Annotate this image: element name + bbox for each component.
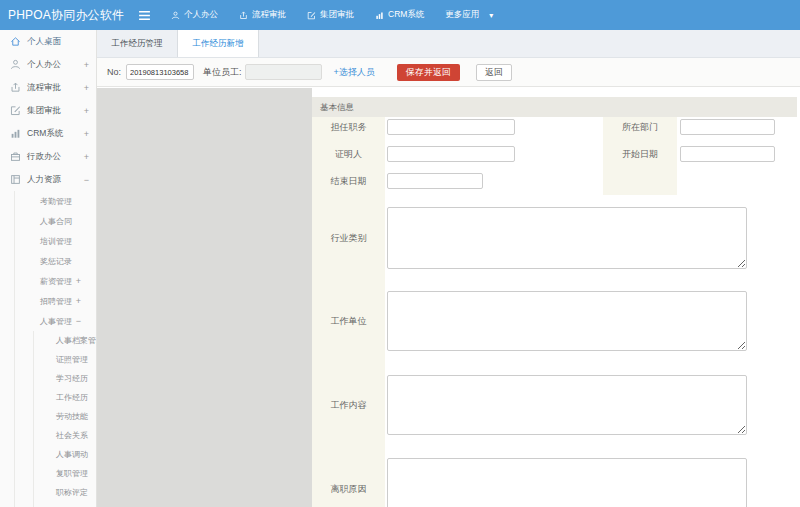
department-input[interactable] [680,119,775,135]
industry-category-textarea[interactable] [387,207,747,269]
sidebar-subitem-label: 职称评定 [56,487,88,498]
sidebar-item-label: 流程审批 [27,82,61,94]
app-brand: PHPOA协同办公软件 [0,7,130,24]
sidebar-subitem-training[interactable]: 培训管理 [15,231,96,251]
sidebar-item-personal-office[interactable]: 个人办公 + [0,53,96,76]
tab-bar: 工作经历管理 工作经历新增 [97,30,800,58]
tab-work-history-management[interactable]: 工作经历管理 [97,30,178,57]
end-date-input[interactable] [387,173,483,189]
topbar-nav-crm-system[interactable]: CRM系统 [375,9,424,21]
toolbar: No: 单位员工: +选择人员 保存并返回 返回 [97,58,800,87]
topbar-nav-label: CRM系统 [388,9,424,21]
sidebar-subitem-label: 薪资管理 [40,276,72,287]
sidebar-item-label: 个人桌面 [27,36,61,48]
sidebar-subitem-labor-skills[interactable]: 劳动技能 [34,407,96,426]
expand-toggle[interactable]: + [84,129,89,139]
topbar-nav-label: 流程审批 [252,9,286,21]
sidebar-personnel-submenu: 人事档案管理 证照管理 学习经历 工作经历 劳动技能 社会关系 人事调动 复职管… [33,331,96,507]
no-label: No: [107,67,121,77]
field-label-work-unit: 工作单位 [312,291,385,351]
sidebar-subitem-label: 考勤管理 [40,196,72,207]
sidebar-subitem-education-history[interactable]: 学习经历 [34,369,96,388]
sidebar-item-personal-desktop[interactable]: 个人桌面 [0,30,96,53]
topbar-nav-workflow-approval[interactable]: 流程审批 [239,9,286,21]
expand-toggle[interactable]: + [84,83,89,93]
expand-toggle[interactable]: + [84,60,89,70]
sidebar-subitem-hr-contract[interactable]: 人事合同 [15,211,96,231]
user-icon [10,59,21,70]
flow-icon [10,82,21,93]
sidebar-subitem-salary[interactable]: 薪资管理+ [15,271,96,291]
collapse-toggle[interactable]: − [76,316,81,326]
sidebar-subitem-personnel-archives[interactable]: 人事档案管理 [34,331,96,350]
sidebar-item-admin-office[interactable]: 行政办公 + [0,145,96,168]
expand-toggle[interactable]: + [76,296,81,306]
sidebar: 个人桌面 个人办公 + 流程审批 + 集团审批 + CRM系统 + 行政办公 +… [0,30,97,507]
back-button[interactable]: 返回 [476,64,512,81]
position-input[interactable] [387,119,515,135]
sidebar-subitem-label: 人事合同 [40,216,72,227]
topbar-nav-label: 更多应用 [445,9,479,21]
start-date-input[interactable] [680,146,775,162]
sidebar-subitem-certificates[interactable]: 证照管理 [34,350,96,369]
tab-work-history-new[interactable]: 工作经历新增 [178,30,259,57]
sidebar-subitem-personnel-transfer[interactable]: 人事调动 [34,445,96,464]
caret-down-icon: ▾ [489,11,493,20]
expand-toggle[interactable]: + [84,106,89,116]
sidebar-item-label: 集团审批 [27,105,61,117]
edit-icon [307,11,316,20]
topbar-nav-label: 集团审批 [320,9,354,21]
sidebar-subitem-recruitment[interactable]: 招聘管理+ [15,291,96,311]
content-area: 基本信息 担任职务 证明人 结束日期 所在部门 开始日期 行业类别 工作单位 工… [97,88,800,507]
expand-toggle[interactable]: + [84,152,89,162]
user-icon [171,11,180,20]
sidebar-subitem-rewards-punishments[interactable]: 奖惩记录 [15,251,96,271]
field-label-position: 担任职务 [312,119,385,135]
hamburger-icon[interactable] [138,10,151,21]
sidebar-subitem-employee-care[interactable]: 员工关怀 [34,502,96,507]
sidebar-subitem-label: 证照管理 [56,354,88,365]
sidebar-subitem-label: 培训管理 [40,236,72,247]
sidebar-subitem-label: 社会关系 [56,430,88,441]
field-label-department: 所在部门 [603,119,677,135]
sidebar-subitem-label: 复职管理 [56,468,88,479]
witness-input[interactable] [387,146,515,162]
no-input[interactable] [126,64,194,80]
sidebar-item-crm-system[interactable]: CRM系统 + [0,122,96,145]
chart-icon [10,128,21,139]
topbar-nav-personal-office[interactable]: 个人办公 [171,9,218,21]
collapse-toggle[interactable]: − [84,175,89,185]
topbar-nav-more-apps[interactable]: 更多应用 ▾ [445,9,493,21]
field-label-start-date: 开始日期 [603,146,677,162]
work-unit-textarea[interactable] [387,291,747,351]
employee-input[interactable] [245,64,322,80]
field-label-resign-reason: 离职原因 [312,458,385,507]
sidebar-subitem-attendance[interactable]: 考勤管理 [15,191,96,211]
save-return-button[interactable]: 保存并返回 [397,64,460,81]
sidebar-subitem-label: 人事管理 [40,316,72,327]
field-label-witness: 证明人 [312,146,385,162]
edit-icon [10,105,21,116]
sidebar-item-human-resources[interactable]: 人力资源 − [0,168,96,191]
sidebar-subitem-personnel-management[interactable]: 人事管理− [15,311,96,331]
sidebar-subitem-label: 劳动技能 [56,411,88,422]
resign-reason-textarea[interactable] [387,458,747,507]
sidebar-subitem-reinstatement[interactable]: 复职管理 [34,464,96,483]
topbar-nav-group-approval[interactable]: 集团审批 [307,9,354,21]
sidebar-subitem-label: 工作经历 [56,392,88,403]
sidebar-subitem-social-relations[interactable]: 社会关系 [34,426,96,445]
sidebar-subitem-label: 人事调动 [56,449,88,460]
main-area: 工作经历管理 工作经历新增 No: 单位员工: +选择人员 保存并返回 返回 基… [97,30,800,507]
sidebar-item-group-approval[interactable]: 集团审批 + [0,99,96,122]
select-person-link[interactable]: +选择人员 [334,66,375,79]
chart-icon [375,11,384,20]
work-content-textarea[interactable] [387,375,747,435]
expand-toggle[interactable]: + [76,276,81,286]
topbar-nav-label: 个人办公 [184,9,218,21]
form-panel: 基本信息 担任职务 证明人 结束日期 所在部门 开始日期 行业类别 工作单位 工… [312,88,800,507]
sidebar-subitem-label: 奖惩记录 [40,256,72,267]
sidebar-item-workflow-approval[interactable]: 流程审批 + [0,76,96,99]
sidebar-subitem-work-history[interactable]: 工作经历 [34,388,96,407]
flow-icon [239,11,248,20]
sidebar-subitem-title-evaluation[interactable]: 职称评定 [34,483,96,502]
